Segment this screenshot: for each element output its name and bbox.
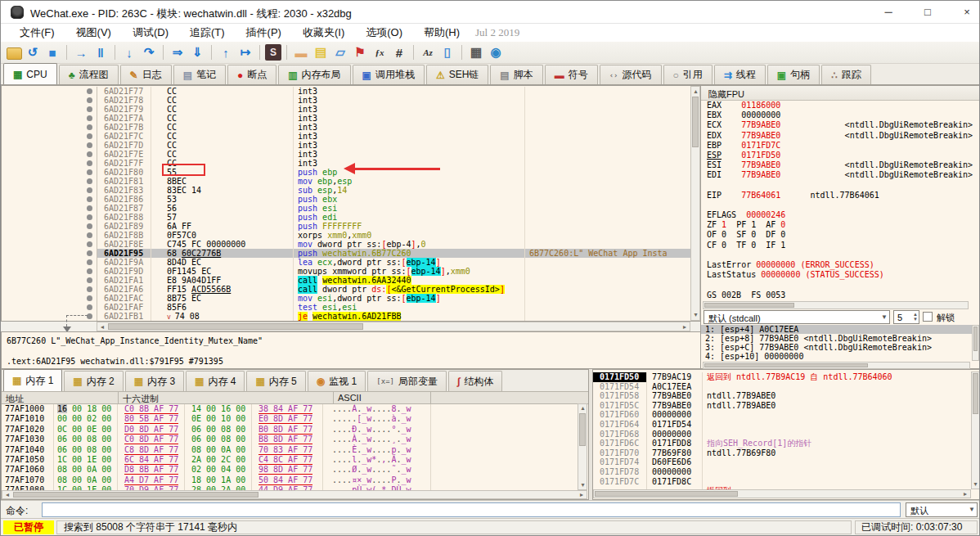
animate-into-icon[interactable]: ⇒ <box>169 44 187 61</box>
scroll-up-icon[interactable]: ▴ <box>692 88 699 96</box>
disasm-row[interactable]: 6AD21F8653push ebx <box>2 195 690 204</box>
label-icon[interactable]: ▱ <box>331 44 349 61</box>
breakpoint-dot[interactable] <box>87 232 92 238</box>
tab-memory-1[interactable]: ▦内存 1 <box>3 369 62 391</box>
breakpoint-dot[interactable] <box>87 241 92 247</box>
breakpoint-dot[interactable] <box>87 178 92 184</box>
breakpoint-dot[interactable] <box>87 286 92 292</box>
register-line[interactable] <box>701 250 980 260</box>
disasm-row[interactable]: 6AD21F7ACCint3 <box>2 114 690 123</box>
stack-row[interactable]: 0171FD5077B9AC19返回到 ntdll.77B9AC19 自 ntd… <box>593 372 972 382</box>
tab-references[interactable]: ○引用 <box>663 65 713 84</box>
registers-hscrollbar[interactable] <box>703 301 969 309</box>
disasm-row[interactable]: 6AD21F7ECCint3 <box>2 150 690 159</box>
tab-log[interactable]: ✎日志 <box>120 65 172 84</box>
disasm-row[interactable]: 6AD21FA1E8 9A04D1FFcall wechatwin.6AA324… <box>2 276 690 285</box>
register-line[interactable]: EFLAGS 00000246 <box>701 210 980 220</box>
strings-icon[interactable]: Az <box>419 44 437 61</box>
dump-row[interactable]: 77AF101000 00 02 0080 5B AF 770E 00 10 0… <box>2 414 578 424</box>
disasm-row[interactable]: 6AD21F9A8D4D EClea ecx,dword ptr ss:[ebp… <box>2 258 690 267</box>
tab-watch-1[interactable]: ◉监视 1 <box>308 371 366 391</box>
stack-row[interactable]: 0171FD5877B9ABE0ntdll.77B9ABE0 <box>593 391 972 401</box>
breakpoint-dot[interactable] <box>87 268 92 274</box>
breakpoint-dot[interactable] <box>87 115 92 121</box>
command-script-combo[interactable]: 默认 ▼ <box>906 502 978 517</box>
dump-vscrollbar[interactable]: ▴ ▾ <box>578 403 587 490</box>
disasm-row[interactable]: 6AD21F7CCCint3 <box>2 132 690 141</box>
disasm-row[interactable]: 6AD21FAC8B75 ECmov esi,dword ptr ss:[ebp… <box>2 294 690 303</box>
disasm-row[interactable]: 6AD21F79CCint3 <box>2 105 690 114</box>
execute-till-return-icon[interactable]: ↑ <box>217 44 235 61</box>
menu-item-4[interactable]: 追踪(T) <box>179 25 236 40</box>
dump-row[interactable]: 77AF107008 00 0A 00A4 D7 AF 7718 00 1A 0… <box>2 475 578 485</box>
stack-row[interactable]: 0171FD54A0C17EEA <box>593 382 972 392</box>
tab-memory-2[interactable]: ▦内存 2 <box>64 371 123 391</box>
register-line[interactable]: EIP 77B64061 ntdll.77B64061 <box>701 191 980 200</box>
stack-row[interactable]: 0171FD7077B69F80ntdll.77B69F80 <box>593 448 972 458</box>
stack-row[interactable]: 0171FD6000000000 <box>593 410 972 420</box>
dump-row[interactable]: 77AF103006 00 08 00C0 8D AF 7706 00 08 0… <box>2 435 578 444</box>
tab-graph[interactable]: ♣流程图 <box>59 65 119 84</box>
internet-icon[interactable]: ◉ <box>487 44 505 61</box>
breakpoint-dot[interactable] <box>87 205 92 211</box>
breakpoint-dot[interactable] <box>87 223 92 229</box>
tab-locals[interactable]: [x=]局部变量 <box>367 371 447 391</box>
register-line[interactable]: LastError 00000000 (ERROR_SUCCESS) <box>701 260 980 270</box>
breakpoint-dot[interactable] <box>87 259 92 265</box>
breakpoint-dot[interactable] <box>87 313 92 319</box>
dump-row[interactable]: 77AF10200C 00 0E 00D0 8D AF 7706 00 08 0… <box>2 425 578 435</box>
stack-vscrollbar[interactable]: ▾ <box>971 372 980 489</box>
stack-row[interactable]: 0171FD7800000000 <box>593 467 972 477</box>
tab-notes[interactable]: ▤笔记 <box>173 65 226 84</box>
breakpoint-dot[interactable] <box>87 277 92 283</box>
run-to-user-code-icon[interactable]: ↦ <box>236 44 254 61</box>
register-line[interactable]: EAX 01186000 <box>701 101 980 110</box>
disassembly-hscrollbar[interactable]: ◂ ▸ <box>97 322 690 331</box>
tab-struct[interactable]: ∫结构体 <box>448 371 502 391</box>
calculator-icon[interactable]: ▦ <box>467 44 485 61</box>
scroll-right-icon[interactable]: ▸ <box>681 323 689 331</box>
run-icon[interactable]: → <box>72 44 90 61</box>
tab-trace[interactable]: ∴跟踪 <box>821 65 871 84</box>
stack-row[interactable]: 0171FD640171FD54 <box>593 420 972 430</box>
breakpoint-dot[interactable] <box>87 160 92 166</box>
register-line[interactable] <box>701 200 980 210</box>
scroll-left-icon[interactable]: ◂ <box>98 323 106 331</box>
breakpoint-dot[interactable] <box>87 133 92 139</box>
argument-line[interactable]: 4: [esp+10] 00000000 <box>701 352 973 361</box>
restart-icon[interactable]: ↺ <box>24 44 42 61</box>
register-line[interactable]: EBX 00000000 <box>701 110 980 120</box>
disasm-row[interactable]: 6AD21F8383EC 14sub esp,14 <box>2 186 690 195</box>
register-line[interactable]: OF 0 SF 0 DF 0 <box>701 230 980 240</box>
minimize-button[interactable]: ─ <box>876 4 901 20</box>
menu-item-7[interactable]: 选项(O) <box>355 25 413 40</box>
tab-memory-map[interactable]: ▥内存布局 <box>278 65 350 84</box>
menu-item-3[interactable]: 调试(D) <box>122 25 179 40</box>
breakpoint-dot[interactable] <box>87 88 92 94</box>
disasm-row[interactable]: 6AD21F818BECmov ebp,esp <box>2 177 690 186</box>
stack-row[interactable]: 0171FD74D60FE6D6 <box>593 457 972 467</box>
scylla-icon[interactable]: S <box>265 44 281 61</box>
tab-seh[interactable]: ⚠SEH链 <box>426 65 488 84</box>
bookmark-icon[interactable]: ⚑ <box>351 44 369 61</box>
tab-breakpoints[interactable]: ●断点 <box>227 65 276 84</box>
disasm-row[interactable]: 6AD21FA6FF15 ACD5566Bcall dword ptr ds:[… <box>2 285 690 294</box>
breakpoint-dot[interactable] <box>87 187 92 193</box>
register-line[interactable]: EDX 77B9ABE0 <ntdll.DbgUiRemoteBreakin> <box>701 131 980 141</box>
menu-item-8[interactable]: 帮助(H) <box>413 25 470 40</box>
register-line[interactable] <box>701 280 980 290</box>
disasm-row[interactable]: 6AD21FB1v 74 08je wechatwin.6AD21FBB <box>2 312 690 321</box>
stack-row[interactable]: 0171FD6C0171FDD8指向SEH_Record[1]的指针 <box>593 439 972 448</box>
step-into-icon[interactable]: ↓ <box>120 44 138 61</box>
scroll-right-icon[interactable]: ▸ <box>578 491 586 499</box>
register-line[interactable]: EBP 0171FD7C <box>701 141 980 151</box>
disasm-row[interactable]: 6AD21F896A FFpush FFFFFFFF <box>2 222 690 231</box>
step-out-icon[interactable]: ⇓ <box>188 44 206 61</box>
stack-hscrollbar[interactable]: ▸ <box>593 489 971 498</box>
disasm-row[interactable]: 6AD21F8857push edi <box>2 213 690 222</box>
breakpoint-dot[interactable] <box>87 142 92 148</box>
tab-memory-5[interactable]: ▦内存 5 <box>246 371 305 391</box>
disasm-row[interactable]: 6AD21F7DCCint3 <box>2 141 690 150</box>
menu-item-6[interactable]: 收藏夹(I) <box>292 25 355 40</box>
scroll-right-icon[interactable]: ▸ <box>961 490 969 498</box>
